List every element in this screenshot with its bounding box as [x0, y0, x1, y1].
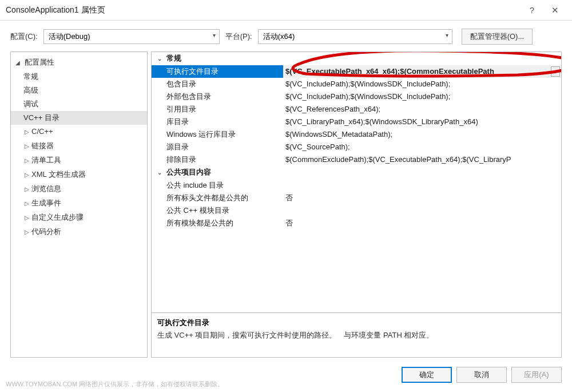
caret-down-icon: ◢ [15, 57, 22, 69]
property-name: 包含目录 [152, 78, 283, 90]
tree-item[interactable]: ▷XML 文档生成器 [11, 168, 147, 182]
caret-right-icon: ▷ [25, 212, 31, 224]
caret-right-icon: ▷ [25, 169, 31, 181]
tree-item[interactable]: 高级 [11, 84, 147, 97]
config-label: 配置(C): [10, 31, 38, 42]
window-title: ConsoleApplication1 属性页 [6, 5, 521, 15]
property-row[interactable]: 源目录$(VC_SourcePath); [152, 141, 561, 153]
tree-item[interactable]: ▷C/C++ [11, 125, 147, 139]
caret-right-icon: ▷ [25, 155, 31, 167]
property-name: 公共 C++ 模块目录 [152, 204, 283, 217]
config-combo[interactable]: 活动(Debug) ▾ [43, 29, 220, 44]
apply-button[interactable]: 应用(A) [511, 367, 562, 383]
property-name: 外部包含目录 [152, 90, 283, 103]
caret-right-icon: ▷ [25, 184, 31, 195]
tree-item[interactable]: ▷浏览信息 [11, 182, 147, 196]
caret-right-icon: ▷ [25, 198, 31, 209]
property-value[interactable]: $(VC_ExecutablePath_x64_x64);$(CommonExe… [283, 65, 561, 78]
close-icon[interactable]: ✕ [543, 5, 566, 15]
tree-item[interactable]: ▷生成事件 [11, 196, 147, 211]
property-row[interactable]: Windows 运行库目录$(WindowsSDK_MetadataPath); [152, 128, 561, 141]
description-text: 生成 VC++ 项目期间，搜索可执行文件时使用的路径。 与环境变量 PATH 相… [157, 330, 555, 340]
tree-item[interactable]: ▷代码分析 [11, 225, 147, 239]
description-title: 可执行文件目录 [157, 318, 555, 328]
tree-item[interactable]: ▷自定义生成步骤 [11, 211, 147, 225]
caret-right-icon: ▷ [25, 141, 31, 152]
property-row[interactable]: 引用目录$(VC_ReferencesPath_x64); [152, 103, 561, 116]
dialog-buttons: 确定 取消 应用(A) [402, 367, 562, 383]
tree-item[interactable]: VC++ 目录 [11, 111, 147, 125]
property-tree[interactable]: ◢ 配置属性 常规高级调试VC++ 目录 ▷C/C++▷链接器▷清单工具▷XML… [10, 52, 148, 358]
property-row[interactable]: 公共 include 目录 [152, 179, 561, 192]
property-row[interactable]: 外部包含目录$(VC_IncludePath);$(WindowsSDK_Inc… [152, 90, 561, 103]
tree-item[interactable]: ▷清单工具 [11, 153, 147, 168]
dropdown-icon[interactable]: ⌄ [551, 66, 560, 77]
caret-down-icon: ⌄ [157, 167, 164, 179]
platform-value: 活动(x64) [263, 31, 295, 42]
property-name: Windows 运行库目录 [152, 128, 283, 141]
chevron-down-icon: ▾ [446, 32, 448, 38]
property-value[interactable]: 否 [283, 192, 561, 204]
property-name: 可执行文件目录 [152, 65, 283, 78]
property-name: 源目录 [152, 141, 283, 153]
property-name: 库目录 [152, 116, 283, 128]
platform-label: 平台(P): [225, 31, 252, 42]
ok-button[interactable]: 确定 [402, 367, 452, 383]
property-row[interactable]: 所有模块都是公共的否 [152, 217, 561, 229]
cancel-button[interactable]: 取消 [456, 367, 507, 383]
caret-right-icon: ▷ [25, 227, 31, 238]
toolbar: 配置(C): 活动(Debug) ▾ 平台(P): 活动(x64) ▾ 配置管理… [0, 21, 572, 53]
property-value[interactable]: $(VC_IncludePath);$(WindowsSDK_IncludePa… [283, 90, 561, 103]
property-row[interactable]: 所有标头文件都是公共的否 [152, 192, 561, 204]
help-icon[interactable]: ? [521, 5, 543, 15]
property-name: 引用目录 [152, 103, 283, 116]
caret-down-icon: ⌄ [157, 53, 164, 65]
platform-combo[interactable]: 活动(x64) ▾ [258, 29, 452, 44]
section-general[interactable]: ⌄ 常规 [152, 52, 561, 65]
title-bar: ConsoleApplication1 属性页 ? ✕ [0, 0, 572, 21]
property-row[interactable]: 公共 C++ 模块目录 [152, 204, 561, 217]
property-row[interactable]: 库目录$(VC_LibraryPath_x64);$(WindowsSDK_Li… [152, 116, 561, 128]
tree-item[interactable]: ▷链接器 [11, 139, 147, 153]
tree-item[interactable]: 常规 [11, 70, 147, 84]
property-name: 所有模块都是公共的 [152, 217, 283, 229]
property-row[interactable]: 包含目录$(VC_IncludePath);$(WindowsSDK_Inclu… [152, 78, 561, 90]
tree-item[interactable]: 调试 [11, 97, 147, 111]
property-row[interactable]: 排除目录$(CommonExcludePath);$(VC_Executable… [152, 153, 561, 166]
property-row[interactable]: 可执行文件目录$(VC_ExecutablePath_x64_x64);$(Co… [152, 65, 561, 78]
property-name: 公共 include 目录 [152, 179, 283, 192]
property-value[interactable] [283, 204, 561, 217]
tree-root[interactable]: ◢ 配置属性 [11, 56, 147, 70]
caret-right-icon: ▷ [25, 126, 31, 138]
property-value[interactable]: $(VC_LibraryPath_x64);$(WindowsSDK_Libra… [283, 116, 561, 128]
chevron-down-icon: ▾ [213, 32, 216, 38]
property-value[interactable]: $(VC_SourcePath); [283, 141, 561, 153]
config-manager-button[interactable]: 配置管理器(O)... [462, 29, 533, 45]
property-value[interactable]: $(VC_IncludePath);$(WindowsSDK_IncludePa… [283, 78, 561, 90]
property-name: 排除目录 [152, 153, 283, 166]
property-value[interactable]: $(WindowsSDK_MetadataPath); [283, 128, 561, 141]
property-grid[interactable]: ⌄ 常规 可执行文件目录$(VC_ExecutablePath_x64_x64)… [152, 52, 561, 312]
description-panel: 可执行文件目录 生成 VC++ 项目期间，搜索可执行文件时使用的路径。 与环境变… [152, 312, 561, 357]
property-value[interactable]: $(VC_ReferencesPath_x64); [283, 103, 561, 116]
watermark-text: WWW.TOYMOBAN.COM 网络图片仅供展示，非存储，如有侵权请联系删除。 [6, 380, 224, 389]
property-value[interactable]: 否 [283, 217, 561, 229]
property-value[interactable] [283, 179, 561, 192]
config-value: 活动(Debug) [49, 31, 90, 42]
section-public[interactable]: ⌄ 公共项目内容 [152, 166, 561, 179]
property-name: 所有标头文件都是公共的 [152, 192, 283, 204]
property-value[interactable]: $(CommonExcludePath);$(VC_ExecutablePath… [283, 153, 561, 166]
